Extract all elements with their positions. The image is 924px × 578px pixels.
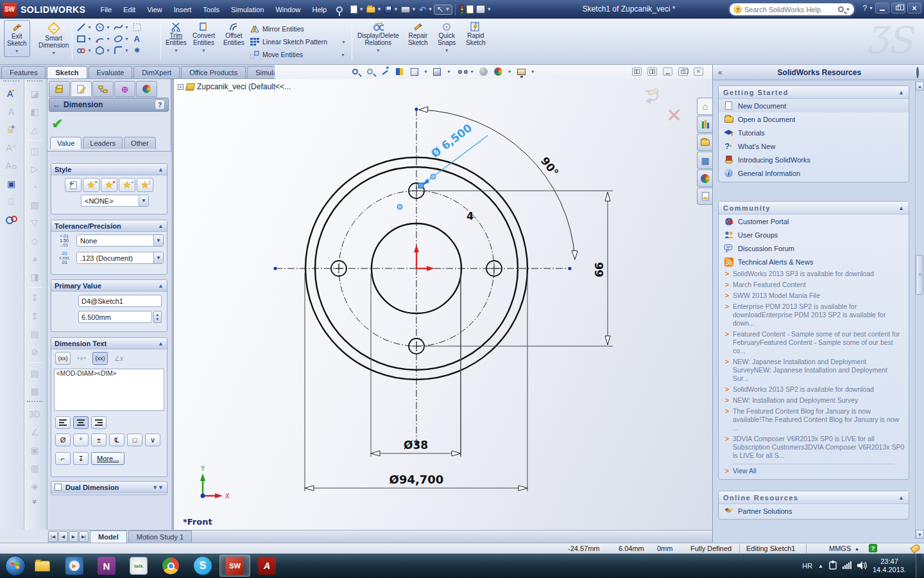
display-style-button[interactable] bbox=[432, 66, 443, 77]
more-button[interactable]: More... bbox=[91, 452, 124, 465]
angle-dimension-text[interactable]: 90° bbox=[538, 154, 561, 179]
trim-entities-button[interactable]: TrimEntities▼ bbox=[163, 20, 189, 56]
news-item[interactable]: SolidWorks 2013 SP3 is available for dow… bbox=[719, 268, 909, 279]
outer-dimension-text[interactable]: Ø94,700 bbox=[389, 473, 444, 486]
featuremanager-tab[interactable] bbox=[49, 81, 70, 97]
feature-button[interactable]: ▤ bbox=[26, 326, 43, 342]
news-item[interactable]: 3DVIA Composer V6R2013x SP0 is LIVE for … bbox=[719, 434, 909, 461]
feature-tree-root[interactable]: + Zupcanik_veci (Default<<... bbox=[178, 82, 291, 91]
toolbar-overflow-chevron[interactable]: » bbox=[30, 495, 39, 508]
menu-help[interactable]: Help bbox=[307, 4, 333, 15]
hide-show-dropdown-icon[interactable]: ▼ bbox=[470, 69, 474, 74]
align-right-button[interactable] bbox=[91, 416, 107, 429]
toolbar-grip[interactable] bbox=[3, 80, 19, 84]
next-tab-button[interactable]: ▶ bbox=[69, 531, 78, 542]
user-groups-link[interactable]: User Groups bbox=[719, 228, 909, 241]
tab-dimxpert[interactable]: DimXpert bbox=[133, 66, 180, 78]
dual-dimension-header[interactable]: Dual Dimension▼▼ bbox=[51, 482, 167, 493]
options-button[interactable]: ▼ bbox=[475, 4, 493, 15]
square-symbol-button[interactable]: □ bbox=[127, 434, 142, 446]
partner-solutions-link[interactable]: Partner Solutions bbox=[719, 504, 909, 519]
save-table-button[interactable]: ▣ bbox=[3, 175, 20, 192]
pane-right-button[interactable] bbox=[647, 67, 657, 76]
help-search[interactable]: ? ▼ bbox=[729, 3, 855, 16]
taskbar-media-player[interactable]: ▶ bbox=[59, 555, 90, 577]
doc-minimize-button[interactable] bbox=[663, 67, 672, 76]
arc-tool-button[interactable]: ▼ bbox=[93, 33, 112, 44]
menu-insert[interactable]: Insert bbox=[168, 4, 198, 15]
style-dropdown[interactable]: <NONE>▼ bbox=[81, 195, 149, 207]
taskbar-explorer[interactable] bbox=[27, 555, 58, 577]
taskbar-skype[interactable]: S bbox=[187, 555, 218, 577]
section-view-button[interactable] bbox=[394, 66, 405, 77]
feature-button[interactable]: ▧ bbox=[26, 365, 43, 381]
rectangle-tool-button[interactable]: ▼ bbox=[74, 33, 93, 44]
shadow-toggle-button[interactable] bbox=[478, 66, 489, 77]
model-tab[interactable]: Model bbox=[90, 530, 127, 543]
selection-filter-button[interactable] bbox=[458, 3, 465, 15]
tolerance-dropdown[interactable]: None▼ bbox=[76, 234, 164, 247]
doc-restore-button[interactable] bbox=[678, 67, 688, 76]
news-item[interactable]: NEW: Japanese Installation and Deploymen… bbox=[719, 356, 909, 384]
appearance-dropdown-icon[interactable]: ▼ bbox=[508, 69, 512, 74]
gear-relations-button[interactable] bbox=[3, 211, 20, 228]
sketch3d-button[interactable]: 3D bbox=[26, 406, 43, 423]
discussion-forum-link[interactable]: Discussion Forum bbox=[719, 241, 909, 255]
scrollbar-thumb[interactable] bbox=[916, 255, 923, 295]
circle-tool-button[interactable]: ▼ bbox=[93, 21, 112, 33]
tab-other[interactable]: Other bbox=[124, 137, 156, 149]
fillet-tool-button[interactable]: ▼ bbox=[112, 44, 130, 56]
getting-started-header[interactable]: Getting Started▲ bbox=[719, 86, 909, 99]
polygon-tool-button[interactable]: ▼ bbox=[93, 44, 112, 56]
bore-dimension-text[interactable]: Ø38 bbox=[404, 439, 428, 451]
technical-alerts-link[interactable]: Technical Alerts & News bbox=[719, 255, 909, 268]
menu-simulation[interactable]: Simulation bbox=[225, 4, 270, 15]
rapid-sketch-button[interactable]: RapidSketch bbox=[463, 20, 488, 48]
dimension-text-header[interactable]: Dimension Text▲ bbox=[51, 338, 167, 349]
tutorials-link[interactable]: Tutorials bbox=[719, 126, 909, 139]
move-entities-button[interactable]: Move Entities▼ bbox=[249, 48, 346, 61]
tab-evaluate[interactable]: Evaluate bbox=[89, 66, 133, 78]
feature-button[interactable]: ↥ bbox=[26, 308, 43, 324]
custom-properties-tab[interactable] bbox=[697, 188, 713, 205]
quick-snaps-button[interactable]: QuickSnaps▼ bbox=[435, 20, 458, 56]
align-center-button[interactable] bbox=[73, 416, 89, 429]
new-document-link[interactable]: New Document bbox=[719, 99, 909, 112]
align-left-button[interactable] bbox=[55, 416, 71, 429]
add-style-button[interactable]: ★+ bbox=[83, 178, 99, 192]
menu-file[interactable]: File bbox=[94, 4, 117, 15]
line-tool-button[interactable]: ▼ bbox=[74, 21, 93, 33]
linear-sketch-pattern-button[interactable]: Linear Sketch Pattern▼ bbox=[249, 35, 346, 48]
new-document-button[interactable]: ▼ bbox=[349, 4, 365, 15]
stacked-balloon-button[interactable]: A๐ bbox=[3, 157, 20, 174]
exit-sketch-button[interactable]: ↩ ExitSketch▼ bbox=[4, 20, 30, 57]
text-tool-button[interactable]: A bbox=[130, 33, 144, 44]
properties-button[interactable] bbox=[465, 4, 475, 15]
spacing-dimension-text[interactable]: 66 bbox=[593, 262, 606, 277]
primary-value-header[interactable]: Primary Value▲ bbox=[51, 280, 167, 292]
feature-button[interactable]: ⊘ bbox=[26, 344, 43, 360]
zoom-fit-button[interactable] bbox=[350, 66, 361, 77]
more-symbols-dropdown[interactable]: ∨ bbox=[145, 434, 160, 446]
diameter-symbol-button[interactable]: Ø bbox=[55, 434, 71, 446]
news-item[interactable]: Featured Content - Sample some of our be… bbox=[719, 329, 909, 356]
tab-leaders[interactable]: Leaders bbox=[83, 137, 123, 149]
design-binder-button[interactable]: ⌸A bbox=[3, 121, 20, 138]
center-text-button[interactable]: +x+ bbox=[74, 352, 89, 365]
dimension-handle[interactable] bbox=[397, 204, 402, 209]
hidden-icons-button[interactable]: ▲ bbox=[818, 563, 823, 569]
feature-button[interactable]: ∠ bbox=[26, 424, 43, 441]
degree-symbol-button[interactable]: ° bbox=[73, 434, 89, 446]
community-header[interactable]: Community▲ bbox=[719, 202, 909, 215]
menu-edit[interactable]: Edit bbox=[117, 4, 141, 15]
load-style-button[interactable]: ★▯ bbox=[137, 178, 153, 192]
cancel-sketch-icon[interactable]: ✕ bbox=[666, 104, 682, 127]
style-header[interactable]: Style▲ bbox=[51, 164, 167, 175]
confirmation-corner-icon[interactable] bbox=[643, 89, 665, 109]
scroll-up-button[interactable]: ▲ bbox=[916, 82, 924, 91]
offset-point-button[interactable]: ▼ bbox=[74, 44, 93, 56]
units-dropdown-icon[interactable]: ▲ bbox=[855, 547, 859, 551]
taskbar-adobe-reader[interactable]: A bbox=[252, 555, 282, 577]
taskbar-chrome[interactable] bbox=[155, 555, 186, 577]
feature-button[interactable]: △ bbox=[26, 121, 43, 138]
